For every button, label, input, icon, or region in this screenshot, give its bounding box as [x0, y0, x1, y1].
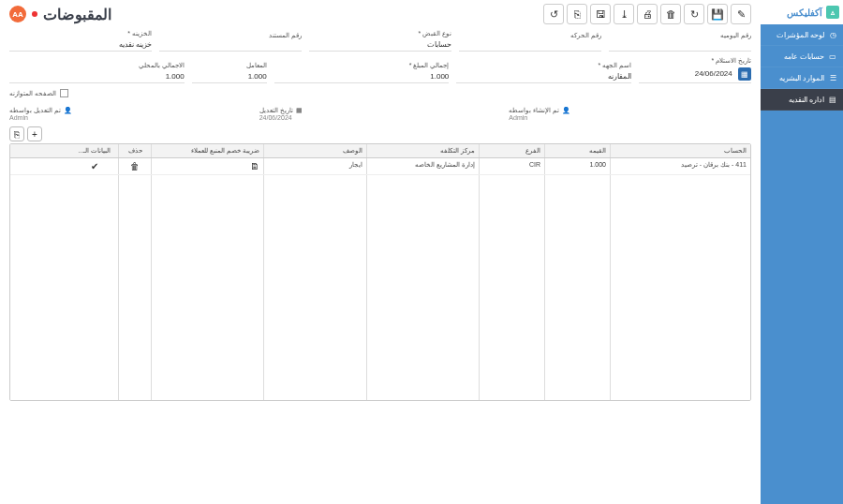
gauge-icon: ◷: [828, 30, 837, 39]
edit-button[interactable]: ✎: [731, 4, 751, 24]
value[interactable]: حسابات: [309, 38, 451, 52]
cell-tax[interactable]: 🗎: [151, 158, 263, 174]
save-button[interactable]: 💾: [707, 4, 728, 24]
value[interactable]: 1.000: [9, 70, 185, 83]
sidebar-item-hr[interactable]: ☰ الموارد البشريه: [761, 67, 843, 89]
main-content: ✎ 💾 ↻ 🗑 🖨 ⤓ 🖫 ⎘ ↺ المقبوضات AA رقم اليوم…: [0, 0, 761, 504]
cell-amount[interactable]: 1.000: [544, 158, 610, 174]
delete-button[interactable]: 🗑: [660, 4, 681, 24]
page-title: المقبوضات: [43, 6, 111, 23]
calendar-icon: ▦: [296, 107, 303, 114]
sidebar-item-cash-management[interactable]: ▤ اداره النقديه: [761, 89, 843, 111]
trash-icon: 🗑: [666, 8, 676, 20]
balanced-checkbox[interactable]: الصفحه المتوازنه: [9, 89, 68, 97]
cell-branch[interactable]: CIR: [479, 158, 544, 174]
sidebar-item-label: اداره النقديه: [789, 96, 824, 104]
title-wrap: المقبوضات AA: [9, 6, 111, 23]
value[interactable]: [609, 40, 751, 52]
refresh-icon: ↻: [690, 8, 699, 21]
cell-delete[interactable]: 🗑: [118, 158, 151, 174]
field-doc-no: رقم المستند: [159, 32, 302, 52]
col-account[interactable]: الحساب: [610, 144, 750, 157]
value[interactable]: المقارنه: [456, 70, 631, 83]
field-treasury: الخزينه * خزينه نقديه: [9, 30, 152, 52]
printer-icon: 🖨: [643, 8, 653, 20]
user-badge[interactable]: AA: [9, 6, 26, 22]
download-icon: ⤓: [620, 8, 629, 21]
label: رقم المستند: [159, 32, 302, 39]
save-icon: 💾: [711, 8, 724, 21]
sidebar-item-label: لوحه المؤشرات: [776, 31, 824, 39]
value[interactable]: [159, 40, 302, 52]
grid-header: الحساب القيمه الفرع مركز التكلفه الوصف ض…: [10, 144, 750, 158]
history-button[interactable]: ↺: [543, 4, 564, 24]
field-local-total: الاجمالي بالمحلي 1.000: [9, 62, 185, 83]
refresh-button[interactable]: ↻: [684, 4, 704, 24]
export-button[interactable]: ⎘: [567, 4, 587, 24]
download-button[interactable]: ⤓: [614, 4, 634, 24]
label: رقم الحركه: [459, 32, 601, 39]
value[interactable]: خزينه نقديه: [9, 38, 152, 52]
field-receipt-type: نوع القبض * حسابات: [309, 30, 451, 52]
brand: ▵ آكفليكس: [761, 0, 843, 24]
col-tax[interactable]: ضريبة خصم المنبع للعملاء: [151, 144, 263, 157]
add-row-button[interactable]: +: [27, 126, 42, 141]
check-icon[interactable]: ✔: [91, 161, 98, 171]
plus-icon: +: [32, 129, 37, 140]
table-row[interactable]: 411 - بنك برقان - ترصيد 1.000 CIR إدارة …: [10, 158, 750, 175]
col-branch[interactable]: الفرع: [479, 144, 544, 157]
audit-created-by: 👤تم الإنشاء بواسطه Admin: [509, 107, 751, 121]
sidebar-item-general-accounts[interactable]: ▭ حسابات عامه: [761, 46, 843, 67]
form-row-1: رقم اليوميه رقم الحركه نوع القبض * حسابا…: [9, 30, 751, 52]
pencil-icon: ✎: [737, 8, 746, 21]
audit-label: تم الإنشاء بواسطه: [509, 107, 559, 114]
value[interactable]: 1.000: [274, 70, 450, 83]
calendar-icon[interactable]: ▦: [738, 67, 751, 81]
label: نوع القبض *: [309, 30, 451, 37]
col-amount[interactable]: القيمه: [544, 144, 610, 157]
print-button[interactable]: 🖨: [637, 4, 658, 24]
ledger-icon: ▭: [828, 52, 837, 61]
label: الخزينه *: [9, 30, 152, 37]
sidebar-item-dashboard[interactable]: ◷ لوحه المؤشرات: [761, 24, 843, 46]
audit-modified-date: ▦تاريخ التعديل 24/06/2024: [259, 107, 502, 121]
checkbox-icon[interactable]: [60, 89, 68, 97]
sidebar-item-label: الموارد البشريه: [779, 74, 824, 82]
col-more: البيانات الـ...: [71, 144, 118, 157]
cell-cost-center[interactable]: إدارة المشاريع الخاصه: [366, 158, 479, 174]
cash-icon: ▤: [828, 95, 837, 104]
cell-desc[interactable]: ايجار: [263, 158, 366, 174]
notification-dot-icon: [32, 11, 37, 17]
value[interactable]: [459, 40, 601, 52]
history-icon: ↺: [550, 8, 558, 21]
field-total-amount: إجمالي المبلغ * 1.000: [274, 62, 450, 83]
cell-account[interactable]: 411 - بنك برقان - ترصيد: [610, 158, 750, 174]
trash-icon[interactable]: 🗑: [130, 161, 140, 171]
header-row: ✎ 💾 ↻ 🗑 🖨 ⤓ 🖫 ⎘ ↺ المقبوضات AA: [0, 0, 761, 26]
user-icon: 👤: [562, 107, 570, 114]
save-alt-button[interactable]: 🖫: [590, 4, 611, 24]
audit-label: تاريخ التعديل: [259, 107, 293, 114]
label: تاريخ الاستلام *: [639, 57, 751, 65]
grid-empty-area: [10, 175, 750, 400]
people-icon: ☰: [828, 73, 837, 82]
form-area: رقم اليوميه رقم الحركه نوع القبض * حسابا…: [0, 26, 761, 107]
brand-name: آكفليكس: [787, 7, 822, 18]
value[interactable]: ▦ 24/06/2024: [639, 66, 751, 83]
date-text: 24/06/2024: [695, 69, 732, 78]
label: المعامل: [192, 62, 267, 69]
field-party-name: اسم الجهه * المقارنه: [456, 62, 631, 83]
cell-confirm[interactable]: ✔: [71, 158, 118, 174]
save-icon: 🖫: [596, 8, 606, 20]
field-daily-no: رقم اليوميه: [609, 32, 751, 52]
label: رقم اليوميه: [609, 32, 751, 39]
document-icon[interactable]: 🗎: [250, 161, 259, 171]
col-cost-center[interactable]: مركز التكلفه: [366, 144, 479, 157]
audit-modified-by: 👤تم التعديل بواسطه Admin: [9, 107, 252, 121]
field-trans-no: رقم الحركه: [459, 32, 601, 52]
value[interactable]: 1.000: [192, 70, 267, 83]
audit-label: تم التعديل بواسطه: [9, 107, 61, 114]
copy-row-button[interactable]: ⎘: [9, 126, 24, 141]
col-desc[interactable]: الوصف: [263, 144, 366, 157]
checkbox-label: الصفحه المتوازنه: [9, 90, 56, 97]
